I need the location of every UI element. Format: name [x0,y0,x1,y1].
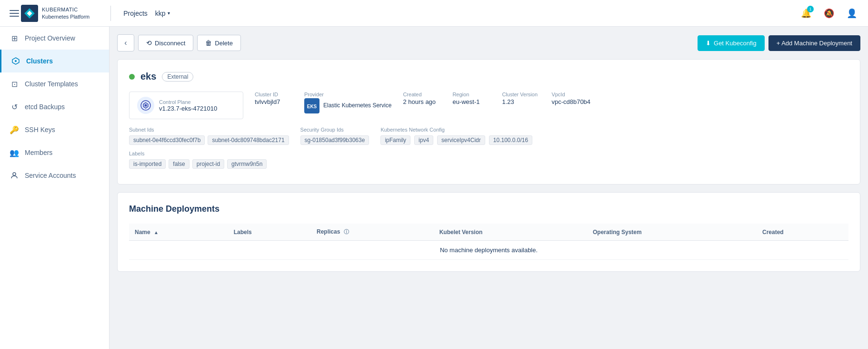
labels-group: Labels is-imported false project-id gtvr… [129,151,267,169]
label-val-2: gtvrmw9n5n [227,159,267,169]
net-config-val-1: ipv4 [414,135,433,145]
vpc-id-group: VpcId vpc-cd8b70b4 [551,92,590,105]
sidebar-item-clusters[interactable]: Clusters [0,50,109,72]
sidebar-item-members[interactable]: 👥 Members [0,141,109,164]
key-icon: 🔑 [10,125,19,134]
disconnect-button[interactable]: ⟲ Disconnect [138,35,193,51]
svg-point-3 [13,173,16,175]
table-empty-message: No machine deployments available. [129,241,848,260]
sort-icon: ▲ [154,230,159,235]
project-selector[interactable]: kkp ▾ [152,8,173,19]
col-operating-system: Operating System [587,224,757,241]
topbar-nav: Projects kkp ▾ [120,8,172,19]
machine-deployments-title: Machine Deployments [129,204,848,214]
region-group: Region eu-west-1 [452,92,490,105]
topbar: KUBERMATIC Kubernetes Platform Projects … [0,0,868,27]
download-icon: ⬇ [706,40,711,47]
control-plane-icon [137,97,154,114]
main-content: ‹ ⟲ Disconnect 🗑 Delete ⬇ Get Kubeconfig… [110,27,868,349]
net-config-key-1: ipFamily [380,135,410,145]
net-config-key-2: serviceIpv4Cidr [437,135,485,145]
svg-point-2 [15,60,17,62]
label-key-1: is-imported [129,159,166,169]
cluster-id-group: Cluster ID tvlvvbjld7 [255,92,293,105]
grid-icon: ⊞ [10,33,19,43]
table-header-row: Name ▲ Labels Replicas ⓘ Kubelet Version… [129,224,848,241]
add-machine-deployment-button[interactable]: + Add Machine Deployment [768,35,860,51]
cluster-card: eks External Control [117,59,860,185]
menu-button[interactable] [8,8,21,19]
labels-list: is-imported false project-id gtvrmw9n5n [129,159,267,169]
disconnect-icon: ⟲ [146,39,152,47]
k8s-network-config-group: Kubernetes Network Config ipFamily ipv4 … [380,127,532,145]
cluster-header: eks External [129,71,848,82]
members-icon: 👥 [10,148,19,157]
table-body: No machine deployments available. [129,241,848,260]
sidebar-label-ssh-keys: SSH Keys [25,126,55,133]
label-key-2: project-id [192,159,224,169]
projects-nav[interactable]: Projects [120,8,150,19]
label-val-1: false [169,159,189,169]
provider-box: EKS Elastic Kubernetes Service [304,98,391,113]
col-created: Created [757,224,848,241]
subnet-ids-list: subnet-0e4f6ccd30fec0f7b subnet-0dc80974… [129,135,289,145]
created-group: Created 2 hours ago [403,92,441,105]
notification-badge: 1 [807,6,814,12]
security-group-list: sg-01850ad3f99b3063e [300,135,369,145]
labels-row: Labels is-imported false project-id gtvr… [129,151,848,169]
sidebar-item-etcd-backups[interactable]: ↺ etcd Backups [0,95,109,118]
subnet-tag-1: subnet-0e4f6ccd30fec0f7b [129,135,205,145]
subnet-ids-group: Subnet Ids subnet-0e4f6ccd30fec0f7b subn… [129,127,289,145]
cluster-status-dot [129,74,135,80]
chevron-down-icon: ▾ [168,10,170,16]
provider-name: Elastic Kubernetes Service [323,102,391,110]
app-logo: KUBERMATIC Kubernetes Platform [21,5,90,22]
sidebar-label-cluster-templates: Cluster Templates [25,80,78,88]
col-name[interactable]: Name ▲ [129,224,228,241]
svg-point-5 [145,104,147,107]
sidebar-label-clusters: Clusters [26,57,53,65]
provider-group: Provider EKS Elastic Kubernetes Service [304,92,391,113]
topbar-divider [110,6,111,21]
app-name: KUBERMATIC Kubernetes Platform [42,6,90,20]
template-icon: ⊡ [10,79,19,89]
cluster-version-group: Cluster Version 1.23 [502,92,540,105]
service-accounts-icon [10,171,19,180]
subnet-tag-2: subnet-0dc809748bdac2171 [208,135,289,145]
back-button[interactable]: ‹ [117,34,134,51]
table-empty-row: No machine deployments available. [129,241,848,260]
cluster-badge: External [162,72,193,82]
control-plane-box: Control Plane v1.23.7-eks-4721010 [129,92,243,119]
trash-icon: 🗑 [205,39,212,47]
user-profile-button[interactable]: 👤 [843,5,860,22]
net-config-val-2: 10.100.0.0/16 [489,135,532,145]
alerts-button[interactable]: 🔕 [820,5,838,22]
sidebar-label-members: Members [25,149,52,156]
sidebar-item-project-overview[interactable]: ⊞ Project Overview [0,27,109,50]
cluster-details-row-1: Control Plane v1.23.7-eks-4721010 Cluste… [129,92,848,119]
control-plane-detail: Control Plane v1.23.7-eks-4721010 [159,99,217,112]
topbar-actions: 🔔 1 🔕 👤 [798,5,860,22]
sidebar-label-project-overview: Project Overview [25,34,75,42]
col-replicas: Replicas ⓘ [311,224,434,241]
machine-deployments-table: Name ▲ Labels Replicas ⓘ Kubelet Version… [129,224,848,260]
cluster-name: eks [140,71,156,82]
security-group-ids-group: Security Group Ids sg-01850ad3f99b3063e [300,127,369,145]
sidebar-item-service-accounts[interactable]: Service Accounts [0,164,109,187]
notifications-button[interactable]: 🔔 1 [798,5,815,22]
col-labels: Labels [228,224,311,241]
sidebar-item-cluster-templates[interactable]: ⊡ Cluster Templates [0,72,109,95]
backup-icon: ↺ [10,102,19,112]
sidebar-label-etcd-backups: etcd Backups [25,103,65,111]
get-kubeconfig-button[interactable]: ⬇ Get Kubeconfig [698,35,765,51]
clusters-icon [11,56,20,66]
col-kubelet-version: Kubelet Version [434,224,587,241]
provider-icon: EKS [304,98,319,113]
app-layout: ⊞ Project Overview Clusters ⊡ Cluster Te… [0,0,868,349]
svg-text:EKS: EKS [307,104,317,109]
sidebar: ⊞ Project Overview Clusters ⊡ Cluster Te… [0,27,110,349]
net-config-row: ipFamily ipv4 serviceIpv4Cidr 10.100.0.0… [380,135,532,145]
sidebar-item-ssh-keys[interactable]: 🔑 SSH Keys [0,118,109,141]
info-icon: ⓘ [344,229,349,235]
delete-button[interactable]: 🗑 Delete [197,35,241,51]
